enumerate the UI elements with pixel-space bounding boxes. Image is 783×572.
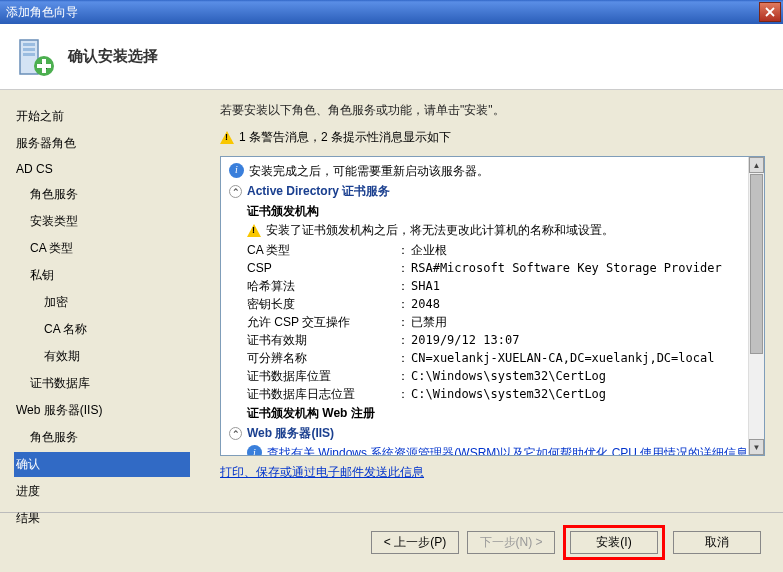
sidebar-item-10[interactable]: 证书数据库 xyxy=(14,371,190,396)
kv-value: RSA#Microsoft Software Key Storage Provi… xyxy=(411,259,756,277)
header: 确认安装选择 xyxy=(0,24,783,90)
svg-rect-8 xyxy=(37,64,51,68)
section-adcs: ⌃ Active Directory 证书服务 xyxy=(229,183,756,200)
kv-row: 密钥长度：2048 xyxy=(229,295,756,313)
kv-colon: ： xyxy=(397,277,411,295)
kv-colon: ： xyxy=(397,367,411,385)
kv-colon: ： xyxy=(397,241,411,259)
kv-colon: ： xyxy=(397,385,411,403)
scroll-down-button[interactable]: ▼ xyxy=(749,439,764,455)
kv-colon: ： xyxy=(397,259,411,277)
prev-button[interactable]: < 上一步(P) xyxy=(371,531,459,554)
kv-key: 密钥长度 xyxy=(247,295,397,313)
kv-row: CSP：RSA#Microsoft Software Key Storage P… xyxy=(229,259,756,277)
page-title: 确认安装选择 xyxy=(68,47,158,66)
ca-warning-row: 安装了证书颁发机构之后，将无法更改此计算机的名称和域设置。 xyxy=(229,222,756,239)
info-icon: i xyxy=(229,163,244,178)
sidebar-item-0[interactable]: 开始之前 xyxy=(14,104,190,129)
kv-row: 哈希算法：SHA1 xyxy=(229,277,756,295)
collapse-icon[interactable]: ⌃ xyxy=(229,427,242,440)
scroll-thumb[interactable] xyxy=(750,174,763,354)
kv-key: 哈希算法 xyxy=(247,277,397,295)
instruction-text: 若要安装以下角色、角色服务或功能，请单击"安装"。 xyxy=(220,102,765,119)
kv-value: SHA1 xyxy=(411,277,756,295)
sidebar-item-8[interactable]: CA 名称 xyxy=(14,317,190,342)
wsrm-link[interactable]: 查找有关 Windows 系统资源管理器(WSRM)以及它如何帮助优化 CPU … xyxy=(267,445,748,456)
ca-warning-text: 安装了证书颁发机构之后，将无法更改此计算机的名称和域设置。 xyxy=(266,222,614,239)
sidebar-item-5[interactable]: CA 类型 xyxy=(14,236,190,261)
kv-row: 可分辨名称：CN=xuelankj-XUELAN-CA,DC=xuelankj,… xyxy=(229,349,756,367)
sidebar-item-4[interactable]: 安装类型 xyxy=(14,209,190,234)
kv-key: 允许 CSP 交互操作 xyxy=(247,313,397,331)
kv-key: 证书有效期 xyxy=(247,331,397,349)
content-area: 开始之前服务器角色AD CS角色服务安装类型CA 类型私钥加密CA 名称有效期证… xyxy=(0,90,783,512)
kv-value: 2048 xyxy=(411,295,756,313)
kv-key: 证书数据库日志位置 xyxy=(247,385,397,403)
sidebar-item-2[interactable]: AD CS xyxy=(14,158,190,180)
main-panel: 若要安装以下角色、角色服务或功能，请单击"安装"。 1 条警告消息，2 条提示性… xyxy=(196,90,783,512)
svg-rect-3 xyxy=(23,43,35,46)
kv-colon: ： xyxy=(397,313,411,331)
warning-icon xyxy=(220,131,234,144)
sidebar-item-1[interactable]: 服务器角色 xyxy=(14,131,190,156)
section-iis-label: Web 服务器(IIS) xyxy=(247,425,334,442)
kv-row: 证书数据库日志位置：C:\Windows\system32\CertLog xyxy=(229,385,756,403)
sidebar-item-9[interactable]: 有效期 xyxy=(14,344,190,369)
kv-colon: ： xyxy=(397,331,411,349)
kv-key: 证书数据库位置 xyxy=(247,367,397,385)
kv-value: C:\Windows\system32\CertLog xyxy=(411,385,756,403)
kv-colon: ： xyxy=(397,349,411,367)
info-restart-row: i 安装完成之后，可能需要重新启动该服务器。 xyxy=(229,163,756,180)
sidebar-item-13[interactable]: 确认 xyxy=(14,452,190,477)
kv-key: CA 类型 xyxy=(247,241,397,259)
summary-line: 1 条警告消息，2 条提示性消息显示如下 xyxy=(220,129,765,146)
sub-ca-authority: 证书颁发机构 xyxy=(229,203,756,220)
titlebar: 添加角色向导 xyxy=(0,0,783,24)
close-button[interactable] xyxy=(759,2,781,22)
section-iis: ⌃ Web 服务器(IIS) xyxy=(229,425,756,442)
svg-rect-5 xyxy=(23,53,35,56)
close-icon xyxy=(765,7,775,17)
server-icon xyxy=(14,36,56,78)
sub-ca-web-enroll: 证书颁发机构 Web 注册 xyxy=(229,405,756,422)
cancel-button[interactable]: 取消 xyxy=(673,531,761,554)
kv-row: CA 类型：企业根 xyxy=(229,241,756,259)
install-button[interactable]: 安装(I) xyxy=(570,531,658,554)
kv-value: 企业根 xyxy=(411,241,756,259)
warning-icon xyxy=(247,224,261,237)
kv-value: 2019/9/12 13:07 xyxy=(411,331,756,349)
collapse-icon[interactable]: ⌃ xyxy=(229,185,242,198)
sidebar-item-11[interactable]: Web 服务器(IIS) xyxy=(14,398,190,423)
install-highlight: 安装(I) xyxy=(563,525,665,560)
iis-info-row: i 查找有关 Windows 系统资源管理器(WSRM)以及它如何帮助优化 CP… xyxy=(229,445,756,456)
sidebar-item-15[interactable]: 结果 xyxy=(14,506,190,531)
info-restart-text: 安装完成之后，可能需要重新启动该服务器。 xyxy=(249,163,489,180)
scroll-up-button[interactable]: ▲ xyxy=(749,157,764,173)
sidebar: 开始之前服务器角色AD CS角色服务安装类型CA 类型私钥加密CA 名称有效期证… xyxy=(0,90,196,512)
scrollbar-vertical[interactable]: ▲ ▼ xyxy=(748,157,764,455)
sidebar-item-7[interactable]: 加密 xyxy=(14,290,190,315)
kv-colon: ： xyxy=(397,295,411,313)
kv-value: CN=xuelankj-XUELAN-CA,DC=xuelankj,DC=loc… xyxy=(411,349,756,367)
kv-row: 证书数据库位置：C:\Windows\system32\CertLog xyxy=(229,367,756,385)
titlebar-text: 添加角色向导 xyxy=(6,4,759,21)
kv-value: C:\Windows\system32\CertLog xyxy=(411,367,756,385)
sidebar-item-6[interactable]: 私钥 xyxy=(14,263,190,288)
sidebar-item-14[interactable]: 进度 xyxy=(14,479,190,504)
detail-box: i 安装完成之后，可能需要重新启动该服务器。 ⌃ Active Director… xyxy=(220,156,765,456)
sidebar-item-12[interactable]: 角色服务 xyxy=(14,425,190,450)
kv-row: 允许 CSP 交互操作：已禁用 xyxy=(229,313,756,331)
svg-rect-4 xyxy=(23,48,35,51)
next-button: 下一步(N) > xyxy=(467,531,555,554)
kv-row: 证书有效期：2019/9/12 13:07 xyxy=(229,331,756,349)
export-link[interactable]: 打印、保存或通过电子邮件发送此信息 xyxy=(220,464,424,481)
kv-key: 可分辨名称 xyxy=(247,349,397,367)
summary-text: 1 条警告消息，2 条提示性消息显示如下 xyxy=(239,129,451,146)
section-adcs-label: Active Directory 证书服务 xyxy=(247,183,390,200)
sidebar-item-3[interactable]: 角色服务 xyxy=(14,182,190,207)
kv-key: CSP xyxy=(247,259,397,277)
kv-value: 已禁用 xyxy=(411,313,756,331)
info-icon: i xyxy=(247,445,262,456)
